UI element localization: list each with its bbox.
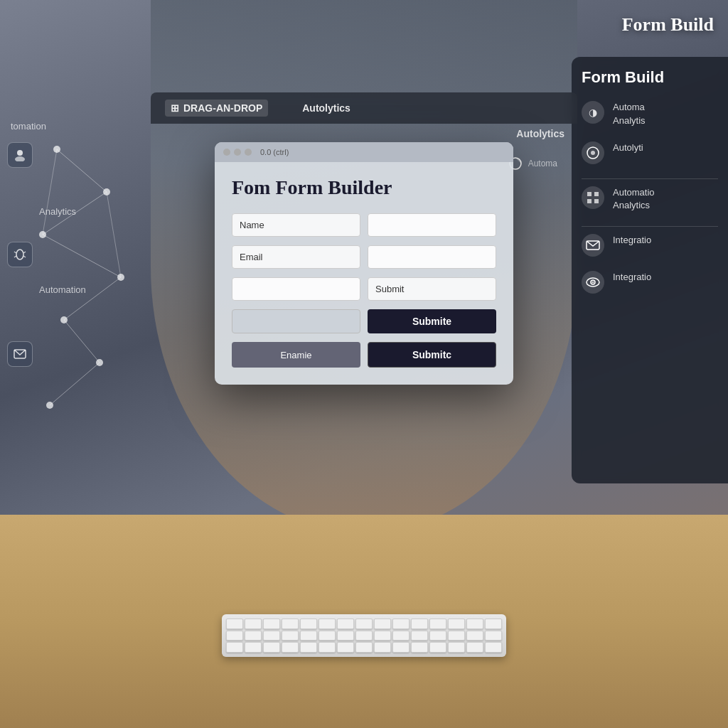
form-builder-window: 0.0 (ctrl) Fom Form Builder Name Email S…	[215, 142, 513, 385]
right-panel-title: Form Build	[582, 68, 718, 87]
name-label: Name	[232, 213, 360, 237]
key	[282, 619, 299, 629]
svg-point-16	[15, 156, 25, 161]
autolyti-text: Autolyti	[613, 141, 643, 154]
submitc-button[interactable]: Submitc	[368, 342, 496, 368]
right-item-integration-2: Integratio	[582, 271, 718, 294]
enamie-button[interactable]: Enamie	[232, 342, 360, 368]
key	[374, 619, 391, 629]
automation-analytics-text: AutomatioAnalytics	[613, 186, 655, 212]
svg-line-18	[14, 252, 16, 253]
left-icon-bug	[7, 242, 33, 267]
window-titlebar: 0.0 (ctrl)	[215, 142, 513, 162]
gray-area	[232, 309, 360, 333]
window-body: Fom Form Builder Name Email Submit Submi…	[215, 162, 513, 385]
right-divider-2	[582, 226, 718, 227]
key	[282, 642, 299, 653]
tab-autolytics[interactable]: Autolytics	[296, 100, 356, 117]
name-input[interactable]	[368, 213, 496, 237]
window-title-text: 0.0 (ctrl)	[260, 148, 289, 156]
key	[485, 642, 502, 653]
right-item-automa: ◑ AutomaAnalytis	[582, 101, 718, 127]
key	[282, 631, 299, 641]
key	[337, 631, 354, 641]
automa-icon: ◑	[582, 101, 604, 124]
email-row: Email	[232, 245, 496, 269]
right-panel: Form Build ◑ AutomaAnalytis Autolyti Aut…	[572, 57, 728, 483]
submit-button-row: Submite	[232, 309, 496, 333]
key	[318, 642, 336, 653]
key	[318, 631, 336, 641]
key	[337, 619, 354, 629]
key	[392, 631, 410, 641]
key	[448, 631, 465, 641]
left-icon-profile	[7, 142, 33, 168]
key	[300, 619, 317, 629]
form-builder-title: Fom Form Builder	[232, 176, 496, 199]
key	[263, 642, 280, 653]
tab-drag-drop-label: DRAG-AN-DROP	[183, 102, 262, 114]
key	[392, 619, 410, 629]
key	[429, 642, 446, 653]
key	[466, 619, 483, 629]
window-dot-2	[234, 149, 241, 156]
window-control-dots	[223, 149, 252, 156]
tab-drag-drop[interactable]: ⊞ DRAG-AN-DROP	[165, 100, 268, 117]
right-item-automation-analytics: AutomatioAnalytics	[582, 186, 718, 212]
svg-rect-28	[594, 199, 599, 203]
tab-autolytics-label: Autolytics	[302, 102, 350, 114]
key	[226, 631, 243, 641]
name-row: Name	[232, 213, 496, 237]
svg-point-15	[17, 150, 23, 156]
top-tab-bar: ⊞ DRAG-AN-DROP Autolytics	[151, 92, 577, 124]
key	[226, 642, 243, 653]
svg-line-21	[23, 256, 26, 257]
key	[485, 619, 502, 629]
key	[245, 631, 262, 641]
key	[411, 631, 428, 641]
automa-text: AutomaAnalytis	[613, 101, 646, 127]
integration-2-text: Integratio	[613, 271, 651, 284]
key	[245, 619, 262, 629]
right-item-integration-1: Integratio	[582, 234, 718, 257]
right-floating-automa-label: Automa	[528, 159, 557, 168]
submit-label: Submit	[368, 277, 496, 301]
left-label-automation2: Automation	[39, 284, 86, 295]
top-right-title: Form Build	[622, 14, 714, 36]
key	[355, 619, 373, 629]
window-dot-1	[223, 149, 230, 156]
blank-field[interactable]	[232, 277, 360, 301]
autolyti-icon	[582, 141, 604, 164]
svg-rect-25	[587, 192, 592, 196]
key	[429, 619, 446, 629]
key	[448, 642, 465, 653]
key	[318, 619, 336, 629]
window-dot-3	[245, 149, 252, 156]
email-label: Email	[232, 245, 360, 269]
key	[355, 631, 373, 641]
key	[411, 619, 428, 629]
keyboard	[222, 614, 506, 657]
key	[263, 619, 280, 629]
key	[466, 631, 483, 641]
key	[300, 631, 317, 641]
key	[448, 619, 465, 629]
key	[226, 619, 243, 629]
svg-rect-26	[594, 192, 599, 196]
svg-point-24	[591, 151, 595, 155]
email-input[interactable]	[368, 245, 496, 269]
right-item-autolyti: Autolyti	[582, 141, 718, 164]
right-divider-1	[582, 178, 718, 179]
key	[300, 642, 317, 653]
key	[263, 631, 280, 641]
key	[411, 642, 428, 653]
svg-point-32	[592, 282, 594, 284]
integration-2-icon	[582, 271, 604, 294]
right-floating-icon-group: Automa	[508, 156, 557, 171]
right-floating-autolytics: Autolytics	[516, 128, 564, 139]
key	[245, 642, 262, 653]
submite-button[interactable]: Submite	[368, 309, 496, 333]
svg-line-19	[23, 252, 26, 253]
key	[337, 642, 354, 653]
svg-rect-27	[587, 199, 592, 203]
